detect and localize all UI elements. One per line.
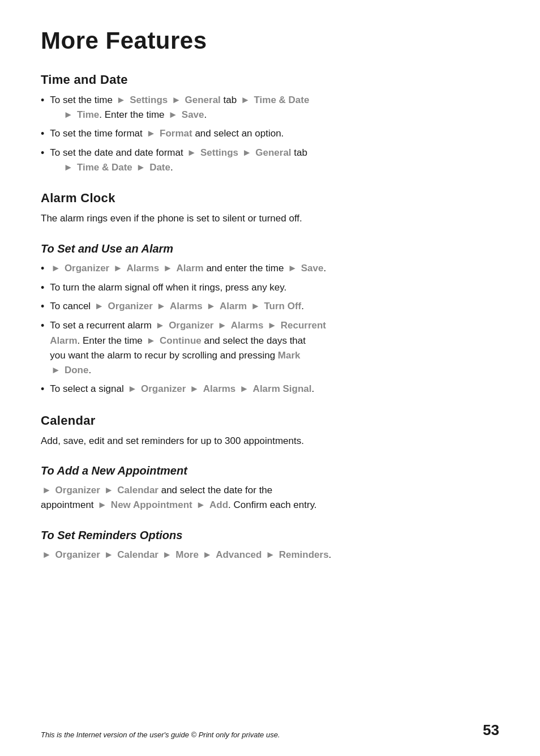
set-time-item: To set the time ► Settings ► General tab… bbox=[50, 93, 499, 123]
footer: This is the Internet version of the user… bbox=[0, 721, 540, 739]
page: More Features Time and Date • To set the… bbox=[0, 0, 540, 756]
heading-reminders: To Set Reminders Options bbox=[41, 529, 499, 542]
bullet-icon: • bbox=[41, 93, 44, 109]
recurrent-alarm-item: To set a recurrent alarm ► Organizer ► A… bbox=[50, 318, 499, 378]
section-reminders: To Set Reminders Options ► Organizer ► C… bbox=[41, 529, 499, 562]
add-appointment-desc: ► Organizer ► Calendar and select the da… bbox=[41, 483, 499, 513]
set-time-format-item: To set the time format ► Format and sele… bbox=[50, 126, 499, 141]
list-item: • To set a recurrent alarm ► Organizer ►… bbox=[41, 318, 499, 378]
bullet-icon: • bbox=[41, 261, 44, 277]
time-date-list: • To set the time ► Settings ► General t… bbox=[41, 93, 499, 175]
heading-time-and-date: Time and Date bbox=[41, 72, 499, 87]
list-item: • ► Organizer ► Alarms ► Alarm and enter… bbox=[41, 261, 499, 277]
heading-calendar: Calendar bbox=[41, 413, 499, 428]
select-signal-item: To select a signal ► Organizer ► Alarms … bbox=[50, 382, 499, 396]
alarm-clock-desc: The alarm rings even if the phone is set… bbox=[41, 211, 499, 226]
list-item: • To set the time ► Settings ► General t… bbox=[41, 93, 499, 123]
set-alarm-list: • ► Organizer ► Alarms ► Alarm and enter… bbox=[41, 261, 499, 398]
heading-set-alarm: To Set and Use an Alarm bbox=[41, 242, 499, 255]
cancel-alarm-item: To cancel ► Organizer ► Alarms ► Alarm ►… bbox=[50, 299, 499, 314]
list-item: • To set the date and date format ► Sett… bbox=[41, 146, 499, 176]
footer-text: This is the Internet version of the user… bbox=[41, 731, 280, 739]
page-number: 53 bbox=[483, 721, 499, 739]
reminders-desc: ► Organizer ► Calendar ► More ► Advanced… bbox=[41, 548, 499, 562]
page-title: More Features bbox=[41, 27, 499, 54]
list-item: • To set the time format ► Format and se… bbox=[41, 126, 499, 142]
heading-add-appointment: To Add a New Appointment bbox=[41, 464, 499, 477]
list-item: • To turn the alarm signal off when it r… bbox=[41, 280, 499, 296]
bullet-icon: • bbox=[41, 318, 44, 334]
section-alarm-clock: Alarm Clock The alarm rings even if the … bbox=[41, 191, 499, 226]
list-item: • To select a signal ► Organizer ► Alarm… bbox=[41, 382, 499, 398]
bullet-icon: • bbox=[41, 146, 44, 161]
bullet-icon: • bbox=[41, 299, 44, 315]
set-date-item: To set the date and date format ► Settin… bbox=[50, 146, 499, 176]
section-time-and-date: Time and Date • To set the time ► Settin… bbox=[41, 72, 499, 175]
turn-off-signal-item: To turn the alarm signal off when it rin… bbox=[50, 280, 499, 295]
bullet-icon: • bbox=[41, 126, 44, 142]
calendar-desc: Add, save, edit and set reminders for up… bbox=[41, 434, 499, 449]
section-calendar: Calendar Add, save, edit and set reminde… bbox=[41, 413, 499, 449]
heading-alarm-clock: Alarm Clock bbox=[41, 191, 499, 206]
section-set-alarm: To Set and Use an Alarm • ► Organizer ► … bbox=[41, 242, 499, 398]
alarm-nav-item: ► Organizer ► Alarms ► Alarm and enter t… bbox=[50, 261, 499, 276]
list-item: • To cancel ► Organizer ► Alarms ► Alarm… bbox=[41, 299, 499, 315]
bullet-icon: • bbox=[41, 382, 44, 398]
section-add-appointment: To Add a New Appointment ► Organizer ► C… bbox=[41, 464, 499, 513]
bullet-icon: • bbox=[41, 280, 44, 296]
